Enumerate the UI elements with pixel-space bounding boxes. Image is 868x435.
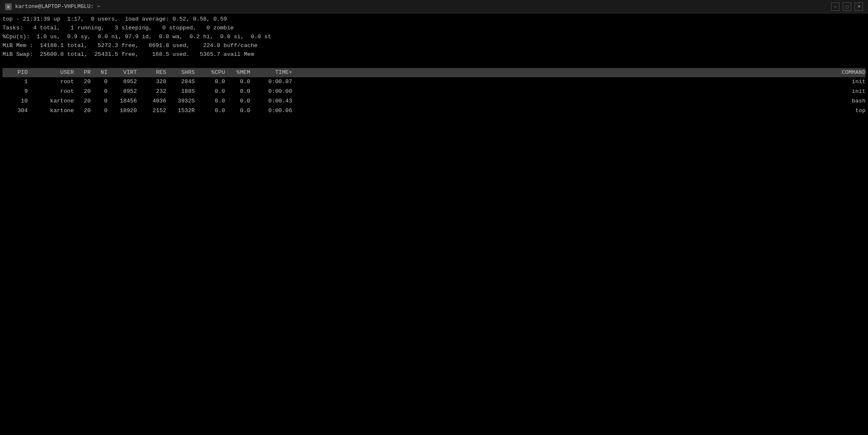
cell-s: R [191,106,200,116]
cell-pr: 20 [74,77,91,87]
cell-cmd: init [292,87,865,97]
cell-user: root [28,87,74,97]
cell-time: 0:00.00 [250,87,292,97]
process-table: PID USER PR NI VIRT RES SHR S %CPU %MEM … [3,68,865,116]
close-button[interactable]: ✕ [855,3,863,11]
cell-ni: 0 [91,97,107,106]
cell-cpu: 0.0 [200,106,225,116]
terminal-content[interactable]: top - 21:31:39 up 1:17, 0 users, load av… [0,13,868,435]
titlebar-left: ▣ kartone@LAPTOP-VHPLMGLU: ~ [5,3,100,10]
col-header-user: USER [28,68,74,78]
cell-virt: 8952 [107,77,137,87]
cell-res: 4036 [137,97,166,106]
cell-pid: 304 [3,106,28,116]
cell-s: S [191,87,200,97]
cell-shr: 1532 [166,106,191,116]
cell-mem: 0.0 [225,77,250,87]
cell-time: 0:00.06 [250,106,292,116]
col-header-s: S [191,68,200,78]
cell-time: 0:00.43 [250,97,292,106]
cell-res: 232 [137,87,166,97]
top-status-line5: MiB Swap: 25600.0 total, 25431.5 free, 1… [3,50,865,59]
cell-user: root [28,77,74,87]
top-status-line3: %Cpu(s): 1.0 us, 0.9 sy, 0.0 ni, 97.9 id… [3,33,865,42]
cell-shr: 284 [166,77,191,87]
col-header-mem: %MEM [225,68,250,78]
cell-virt: 8952 [107,87,137,97]
maximize-button[interactable]: □ [843,3,851,11]
cell-pid: 9 [3,87,28,97]
table-header-row: PID USER PR NI VIRT RES SHR S %CPU %MEM … [3,68,865,78]
cell-shr: 3932 [166,97,191,106]
col-header-time: TIME+ [250,68,292,78]
cell-ni: 0 [91,77,107,87]
top-status-line4: MiB Mem : 14188.1 total, 5272.3 free, 86… [3,42,865,50]
col-header-pid: PID [3,68,28,78]
cell-shr: 188 [166,87,191,97]
terminal-window: ▣ kartone@LAPTOP-VHPLMGLU: ~ − □ ✕ top -… [0,0,868,435]
cell-pid: 10 [3,97,28,106]
cell-time: 0:00.07 [250,77,292,87]
cell-res: 2152 [137,106,166,116]
cell-virt: 18920 [107,106,137,116]
table-row: 1root2008952328284S0.00.00:00.07init [3,77,865,87]
minimize-button[interactable]: − [831,3,839,11]
col-header-ni: NI [91,68,107,78]
col-header-virt: VIRT [107,68,137,78]
cell-s: S [191,77,200,87]
table-row: 304kartone2001892021521532R0.00.00:00.06… [3,106,865,116]
col-header-cpu: %CPU [200,68,225,78]
cell-pr: 20 [74,106,91,116]
cell-s: S [191,97,200,106]
cell-pr: 20 [74,87,91,97]
col-header-pr: PR [74,68,91,78]
cell-cpu: 0.0 [200,77,225,87]
cell-mem: 0.0 [225,87,250,97]
cell-mem: 0.0 [225,97,250,106]
cell-user: kartone [28,97,74,106]
cell-user: kartone [28,106,74,116]
cell-cpu: 0.0 [200,97,225,106]
cell-cmd: top [292,106,865,116]
cell-cmd: bash [292,97,865,106]
cell-ni: 0 [91,106,107,116]
col-header-shr: SHR [166,68,191,78]
cell-res: 328 [137,77,166,87]
titlebar-title: kartone@LAPTOP-VHPLMGLU: ~ [15,3,100,10]
col-header-cmd: COMMAND [292,68,865,78]
table-row: 10kartone2001845640363932S0.00.00:00.43b… [3,97,865,106]
cell-ni: 0 [91,87,107,97]
top-status-line1: top - 21:31:39 up 1:17, 0 users, load av… [3,15,865,24]
cell-pid: 1 [3,77,28,87]
titlebar-controls: − □ ✕ [831,3,863,11]
titlebar: ▣ kartone@LAPTOP-VHPLMGLU: ~ − □ ✕ [0,0,868,13]
top-status-line2: Tasks: 4 total, 1 running, 3 sleeping, 0… [3,24,865,33]
cell-pr: 20 [74,97,91,106]
blank-spacer [3,59,865,68]
terminal-icon: ▣ [5,3,12,10]
cell-virt: 18456 [107,97,137,106]
col-header-res: RES [137,68,166,78]
cell-mem: 0.0 [225,106,250,116]
cell-cpu: 0.0 [200,87,225,97]
cell-cmd: init [292,77,865,87]
process-tbody: 1root2008952328284S0.00.00:00.07init9roo… [3,77,865,116]
table-row: 9root2008952232188S0.00.00:00.00init [3,87,865,97]
